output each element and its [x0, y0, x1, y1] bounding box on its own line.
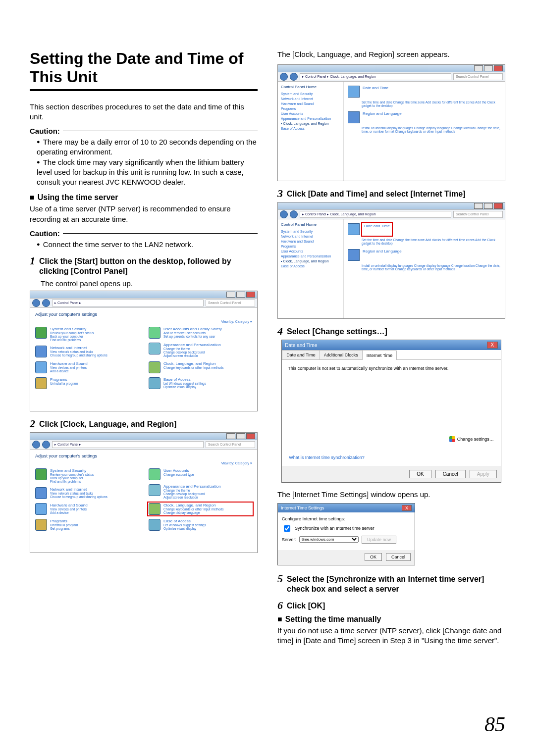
cp-user[interactable]: User Accounts and Family Safety: [163, 327, 222, 331]
nav-forward-icon[interactable]: [42, 299, 50, 307]
cp-link[interactable]: Adjust screen resolution: [163, 354, 221, 357]
tab-internet-time[interactable]: Internet Time: [362, 351, 397, 360]
cp-link[interactable]: Change display language: [163, 511, 223, 514]
address-bar[interactable]: ▸ Control Panel ▸ Clock, Language, and R…: [300, 73, 451, 80]
cp-ease[interactable]: Ease of Access: [163, 519, 206, 523]
cp-hw[interactable]: Hardware and Sound: [50, 503, 88, 507]
clr-region-links[interactable]: Install or uninstall display languages C…: [362, 264, 501, 271]
cp-prog[interactable]: Programs: [50, 519, 78, 523]
cp-hw[interactable]: Hardware and Sound: [50, 361, 88, 366]
cp-link[interactable]: Choose homegroup and sharing options: [50, 495, 107, 499]
cp-link[interactable]: Adjust screen resolution: [163, 496, 221, 499]
cp-link[interactable]: Let Windows suggest settings: [163, 382, 206, 385]
cp-link[interactable]: Let Windows suggest settings: [163, 523, 206, 527]
cp-user-short[interactable]: User Accounts: [163, 468, 194, 473]
side-link[interactable]: Appearance and Personalization: [281, 117, 340, 120]
cancel-button[interactable]: Cancel: [435, 470, 466, 478]
cp-appear[interactable]: Appearance and Personalization: [163, 484, 221, 489]
address-bar[interactable]: ▸ Control Panel ▸: [52, 441, 204, 448]
tab-date-time[interactable]: Date and Time: [282, 350, 320, 359]
nav-back-icon[interactable]: [280, 210, 288, 218]
ok-button[interactable]: OK: [409, 470, 431, 478]
nav-back-icon[interactable]: [32, 441, 40, 449]
cp-ease[interactable]: Ease of Access: [163, 377, 206, 382]
close-icon[interactable]: X: [487, 342, 498, 349]
cp-prog[interactable]: Programs: [50, 377, 78, 382]
cp-sys[interactable]: System and Security: [50, 468, 94, 473]
whatis-link[interactable]: What is Internet time synchronization?: [289, 455, 365, 460]
clr-region[interactable]: Region and Language: [363, 111, 402, 123]
ok-button[interactable]: OK: [365, 553, 382, 561]
clr-date-time-highlighted[interactable]: Date and Time: [363, 223, 391, 235]
side-link[interactable]: User Accounts: [281, 250, 340, 253]
change-settings-button[interactable]: Change settings…: [449, 436, 494, 442]
cp-link[interactable]: Optimize visual display: [163, 527, 206, 530]
cp-home[interactable]: Control Panel Home: [281, 85, 340, 89]
search-input[interactable]: Search Control Panel: [453, 73, 503, 80]
cp-link[interactable]: Review your computer's status: [50, 473, 94, 476]
side-link[interactable]: Ease of Access: [281, 127, 340, 130]
address-bar[interactable]: ▸ Control Panel ▸: [52, 300, 204, 306]
cp-link[interactable]: Change desktop background: [163, 492, 221, 496]
cp-link[interactable]: Get programs: [50, 527, 78, 530]
server-select[interactable]: time.windows.com: [299, 536, 359, 543]
cancel-button[interactable]: Cancel: [386, 553, 411, 561]
cp-viewby[interactable]: View by: Category ▾: [35, 320, 252, 324]
cp-link[interactable]: Change keyboards or other input methods: [163, 366, 223, 369]
side-link[interactable]: System and Security: [281, 230, 340, 233]
cp-link[interactable]: View network status and tasks: [50, 350, 107, 353]
cp-link[interactable]: Review your computer's status: [50, 331, 94, 335]
nav-forward-icon[interactable]: [42, 441, 50, 449]
cp-link[interactable]: Change account type: [163, 473, 194, 476]
side-link[interactable]: Network and Internet: [281, 235, 340, 238]
search-input[interactable]: Search Control Panel: [206, 441, 255, 448]
side-link[interactable]: User Accounts: [281, 112, 340, 115]
cp-link[interactable]: Find and fix problems: [50, 338, 94, 342]
search-input[interactable]: Search Control Panel: [206, 300, 255, 306]
cp-link[interactable]: Add a device: [50, 511, 88, 514]
search-input[interactable]: Search Control Panel: [453, 211, 503, 218]
side-link[interactable]: Hardware and Sound: [281, 240, 340, 243]
nav-forward-icon[interactable]: [290, 73, 298, 81]
cp-link[interactable]: Add or remove user accounts: [163, 331, 222, 335]
nav-forward-icon[interactable]: [290, 210, 298, 218]
cp-link[interactable]: Back up your computer: [50, 476, 94, 480]
side-link[interactable]: System and Security: [281, 92, 340, 96]
cp-link[interactable]: View network status and tasks: [50, 492, 107, 495]
cp-sys[interactable]: System and Security: [50, 327, 94, 331]
clr-region[interactable]: Region and Language: [363, 249, 402, 261]
cp-link[interactable]: Add a device: [50, 369, 88, 373]
clr-date-links[interactable]: Set the time and date Change the time zo…: [362, 101, 501, 107]
cp-link[interactable]: Set up parental controls for any user: [163, 335, 222, 338]
side-link[interactable]: Programs: [281, 245, 340, 248]
cp-link[interactable]: Find and fix problems: [50, 480, 94, 483]
cp-appear[interactable]: Appearance and Personalization: [163, 343, 221, 347]
cp-clock[interactable]: Clock, Language, and Region: [163, 503, 223, 507]
cp-clock[interactable]: Clock, Language, and Region: [163, 361, 223, 366]
cp-home[interactable]: Control Panel Home: [281, 222, 340, 227]
cp-net[interactable]: Network and Internet: [50, 346, 107, 350]
cp-link[interactable]: Change keyboards or other input methods: [163, 507, 223, 511]
cp-link[interactable]: View devices and printers: [50, 507, 88, 511]
address-bar[interactable]: ▸ Control Panel ▸ Clock, Language, and R…: [300, 211, 451, 218]
cp-link[interactable]: Change desktop background: [163, 351, 221, 354]
apply-button[interactable]: Apply: [470, 470, 497, 478]
cp-link[interactable]: Choose homegroup and sharing options: [50, 353, 107, 357]
cp-link[interactable]: Uninstall a program: [50, 523, 78, 527]
side-link[interactable]: Appearance and Personalization: [281, 254, 340, 258]
cp-link[interactable]: Uninstall a program: [50, 382, 78, 385]
cp-link[interactable]: View devices and printers: [50, 366, 88, 369]
cp-link[interactable]: Change the theme: [163, 347, 221, 351]
clr-date-time[interactable]: Date and Time: [363, 86, 388, 98]
sync-checkbox[interactable]: [284, 525, 290, 532]
side-link[interactable]: Hardware and Sound: [281, 102, 340, 105]
cp-link[interactable]: Back up your computer: [50, 335, 94, 338]
nav-back-icon[interactable]: [280, 73, 288, 81]
nav-back-icon[interactable]: [32, 299, 40, 307]
cp-link[interactable]: Change the theme: [163, 489, 221, 492]
cp-net[interactable]: Network and Internet: [50, 487, 107, 492]
cp-viewby[interactable]: View by: Category ▾: [35, 461, 252, 465]
update-now-button[interactable]: Update now: [362, 536, 396, 544]
side-link[interactable]: Ease of Access: [281, 264, 340, 268]
cp-clock-highlighted[interactable]: Clock, Language, and RegionChange keyboa…: [149, 503, 252, 515]
